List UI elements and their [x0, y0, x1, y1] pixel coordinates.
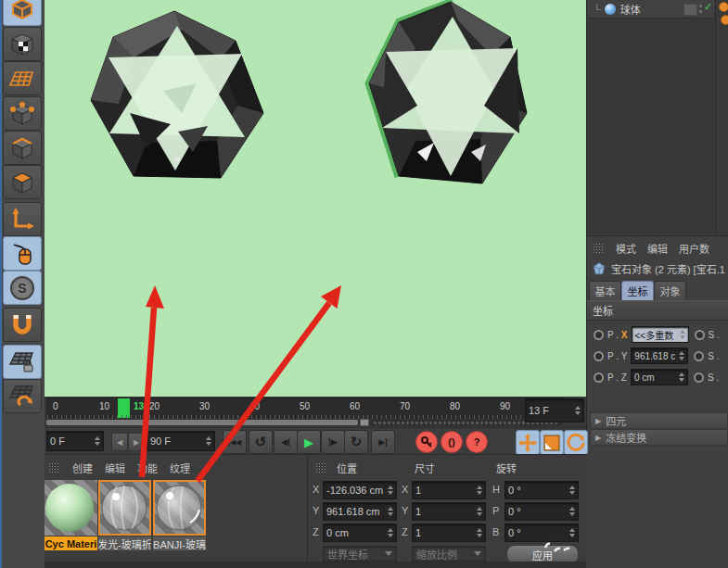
rot-h-spinner[interactable] — [567, 486, 575, 495]
material-label-banji[interactable]: BANJI-玻璃 — [153, 536, 206, 550]
frame-spinner[interactable] — [572, 406, 581, 415]
size-y-spinner[interactable] — [474, 507, 482, 516]
keyframe-circle-sz[interactable] — [694, 372, 704, 383]
material-thumb-glass1[interactable] — [98, 480, 151, 536]
freeze-transform-section[interactable]: ▶ 冻结变换 — [590, 429, 728, 446]
help-button[interactable]: ? — [466, 431, 488, 453]
rot-p-field[interactable]: 0 ° — [504, 502, 579, 521]
range-prev-button[interactable]: ◀ — [111, 433, 128, 451]
menu-function[interactable]: 功能 — [137, 461, 158, 475]
toolbar-workplane-rotate-button[interactable] — [3, 379, 42, 413]
menu-mode[interactable]: 模式 — [616, 241, 636, 256]
toolbar-edges-mode-button[interactable] — [3, 131, 42, 165]
object-manager-empty-area[interactable] — [588, 19, 714, 234]
tab-basic[interactable]: 基本 — [589, 281, 621, 301]
coordinates-section-header[interactable]: 坐标 — [587, 300, 728, 321]
enabled-check-icon[interactable]: ✓ — [704, 1, 712, 13]
goto-start-button[interactable]: |◀◀ — [223, 430, 247, 454]
quaternion-section[interactable]: ▶ 四元 — [590, 412, 728, 429]
range-start-spinner[interactable] — [92, 436, 100, 446]
timeline: 0 10 20 30 40 50 60 70 80 90 13 13 F — [45, 397, 586, 427]
pos-z-field[interactable]: 0 cm — [323, 524, 397, 542]
size-y-field[interactable]: 1 — [412, 502, 486, 521]
record-scale-toggle[interactable] — [540, 430, 564, 455]
pos-z-spinner[interactable] — [385, 528, 393, 537]
menu-edit[interactable]: 编辑 — [647, 241, 668, 256]
pos-x-field[interactable]: -126.036 cm — [323, 481, 397, 499]
range-end-spinner[interactable] — [203, 436, 211, 446]
visibility-dot-top[interactable] — [699, 5, 702, 7]
menu-edit-mat[interactable]: 编辑 — [105, 461, 125, 475]
tab-coordinates[interactable]: 坐标 — [621, 281, 654, 301]
toolbar-scale-s-button[interactable]: S — [3, 271, 42, 305]
toolbar-model-cube-button[interactable] — [3, 0, 42, 26]
py-field[interactable]: 961.618 c — [631, 347, 688, 364]
layer-dot-icon-2[interactable] — [721, 15, 728, 25]
prev-key-button[interactable]: ↺ — [249, 430, 273, 454]
material-thumb-cyc[interactable] — [45, 480, 97, 536]
tab-object[interactable]: 对象 — [654, 281, 686, 301]
record-keyframe-button[interactable] — [415, 431, 438, 453]
toolbar-axis-mode-button[interactable] — [3, 202, 42, 236]
px-field[interactable]: <<多重数 — [632, 326, 689, 343]
coordinates-panel: 位置 尺寸 旋转 X -126.036 cm X 1 H 0 ° Y 961.6… — [307, 454, 587, 568]
toolbar-workplane-lock-button[interactable] — [3, 345, 42, 379]
toolbar-render-settings-button[interactable] — [3, 27, 42, 61]
keyframe-circle-py[interactable] — [594, 351, 604, 361]
size-z-field[interactable]: 1 — [412, 524, 486, 542]
pos-y-field[interactable]: 961.618 cm — [323, 502, 397, 521]
autokey-button[interactable]: () — [441, 431, 463, 453]
next-key-button[interactable]: ↻ — [344, 430, 368, 454]
size-x-field[interactable]: 1 — [412, 481, 486, 499]
material-thumb-banji[interactable] — [153, 480, 206, 536]
toolbar-polygons-mode-button[interactable] — [3, 165, 42, 199]
timeline-scrollbar[interactable] — [46, 420, 358, 425]
texture-tag-icon[interactable] — [683, 4, 697, 16]
menu-create[interactable]: 创建 — [72, 461, 93, 475]
keyframe-circle-pz[interactable] — [594, 372, 604, 383]
record-position-toggle[interactable] — [516, 430, 540, 455]
px-spinner[interactable] — [677, 330, 685, 339]
range-end-field[interactable]: 90 F — [147, 431, 215, 451]
object-manager-row-sphere[interactable]: └ 球体 ✓ — [588, 0, 714, 19]
toolbar-magnet-button[interactable] — [3, 308, 42, 342]
current-frame-field[interactable]: 13 F — [525, 398, 584, 423]
visibility-dot-bottom[interactable] — [699, 10, 702, 13]
size-x-spinner[interactable] — [474, 486, 482, 495]
menu-userdata[interactable]: 用户数 — [679, 241, 709, 256]
range-start-field[interactable]: 0 F — [46, 431, 104, 451]
layer-dot-icon[interactable] — [719, 2, 728, 12]
material-label-glass1[interactable]: 发光-玻璃折 — [98, 536, 151, 550]
gem-right[interactable] — [362, 0, 529, 196]
viewport[interactable] — [45, 0, 586, 397]
pz-spinner[interactable] — [676, 372, 684, 382]
timeline-ruler[interactable]: 0 10 20 30 40 50 60 70 80 90 13 — [46, 398, 564, 420]
py-spinner[interactable] — [676, 351, 684, 360]
gem-left[interactable] — [82, 2, 271, 196]
pos-x-spinner[interactable] — [385, 486, 393, 495]
keyframe-circle-sy[interactable] — [694, 351, 704, 361]
toolbar-points-mode-button[interactable] — [3, 96, 42, 131]
size-z-spinner[interactable] — [474, 528, 482, 537]
timeline-scroll-handle[interactable] — [360, 419, 369, 426]
range-next-button[interactable]: ▶ — [128, 433, 145, 451]
keyframe-circle-px[interactable] — [594, 330, 604, 340]
play-button[interactable]: ▶ — [297, 430, 321, 454]
goto-end-button[interactable]: ▶| — [371, 430, 395, 454]
next-frame-button[interactable]: )▶ — [321, 430, 345, 454]
record-rotation-toggle[interactable] — [564, 430, 588, 455]
material-label-cyc[interactable]: Cyc Materi — [45, 536, 97, 550]
rot-h-field[interactable]: 0 ° — [504, 481, 579, 499]
toolbar-workplane-button[interactable] — [3, 61, 42, 95]
keyframe-circle-sx[interactable] — [695, 330, 705, 340]
pos-y-spinner[interactable] — [385, 507, 393, 516]
scale-mode-dropdown[interactable]: 缩放比例 — [412, 546, 486, 562]
pz-field[interactable]: 0 cm — [631, 369, 688, 385]
rot-p-spinner[interactable] — [567, 507, 575, 516]
world-coords-dropdown[interactable]: 世界坐标 — [323, 546, 397, 562]
toolbar-mouse-button[interactable] — [3, 236, 42, 271]
prev-frame-button[interactable]: ◀( — [274, 430, 298, 454]
menu-texture[interactable]: 纹理 — [170, 461, 190, 475]
sy-label: S . — [708, 351, 719, 361]
timeline-playhead[interactable] — [118, 398, 130, 418]
